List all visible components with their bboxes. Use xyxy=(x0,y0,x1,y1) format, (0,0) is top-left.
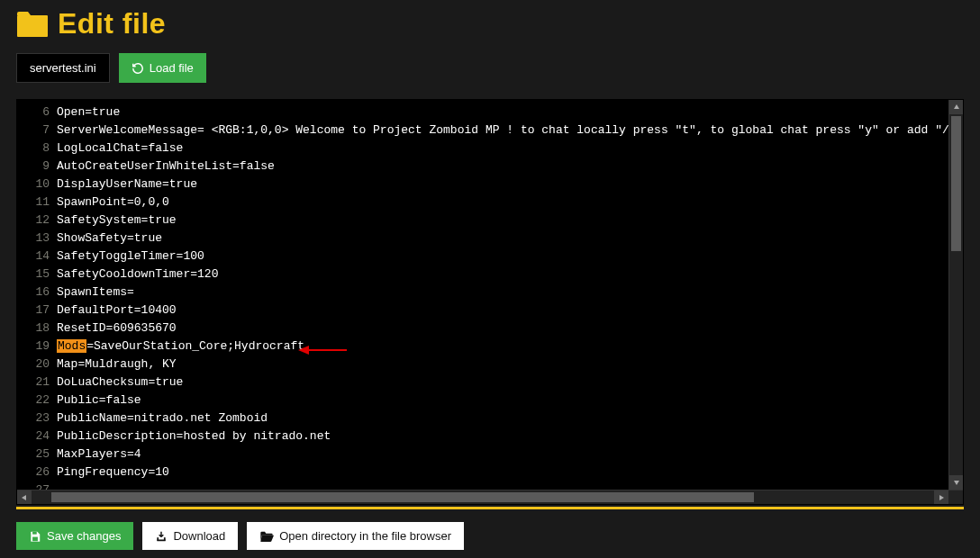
line-content: PingFrequency=10 xyxy=(57,464,169,482)
code-line[interactable]: 15SafetyCooldownTimer=120 xyxy=(17,266,963,284)
line-number: 9 xyxy=(17,158,57,176)
action-footer: Save changes Download Open directory in … xyxy=(0,509,980,558)
line-content: DisplayUserName=true xyxy=(57,176,197,194)
code-line[interactable]: 25MaxPlayers=4 xyxy=(17,446,963,464)
line-number: 24 xyxy=(17,428,57,446)
line-content: ShowSafety=true xyxy=(57,230,162,248)
horizontal-scrollbar[interactable] xyxy=(17,490,963,504)
line-number: 10 xyxy=(17,176,57,194)
line-content: SafetyToggleTimer=100 xyxy=(57,248,204,266)
page-header: Edit file xyxy=(0,0,980,46)
line-content: LogLocalChat=false xyxy=(57,140,183,158)
code-line[interactable]: 11SpawnPoint=0,0,0 xyxy=(17,194,963,212)
load-file-button[interactable]: Load file xyxy=(119,53,206,83)
code-line[interactable]: 10DisplayUserName=true xyxy=(17,176,963,194)
download-button[interactable]: Download xyxy=(142,522,238,550)
line-content: PublicDescription=hosted by nitrado.net xyxy=(57,428,331,446)
line-number: 11 xyxy=(17,194,57,212)
code-line[interactable]: 13ShowSafety=true xyxy=(17,230,963,248)
line-number: 20 xyxy=(17,356,57,374)
scroll-left-arrow-icon[interactable] xyxy=(17,490,32,504)
code-line[interactable]: 14SafetyToggleTimer=100 xyxy=(17,248,963,266)
code-line[interactable]: 6Open=true xyxy=(17,104,963,122)
save-label: Save changes xyxy=(47,529,121,543)
svg-marker-5 xyxy=(22,495,26,500)
svg-rect-11 xyxy=(164,537,166,541)
line-content: SpawnItems= xyxy=(57,284,134,302)
line-number: 23 xyxy=(17,410,57,428)
svg-rect-0 xyxy=(17,15,48,37)
line-number: 8 xyxy=(17,140,57,158)
line-content: AutoCreateUserInWhiteList=false xyxy=(57,158,275,176)
scroll-right-arrow-icon[interactable] xyxy=(934,490,948,504)
line-number: 6 xyxy=(17,104,57,122)
line-number: 26 xyxy=(17,464,57,482)
open-directory-button[interactable]: Open directory in the file browser xyxy=(247,522,464,550)
save-changes-button[interactable]: Save changes xyxy=(16,522,133,550)
line-content: Mods=SaveOurStation_Core;Hydrocraft xyxy=(57,338,304,356)
page-title: Edit file xyxy=(58,7,166,40)
line-content: ServerWelcomeMessage= <RGB:1,0,0> Welcom… xyxy=(57,122,964,140)
code-line[interactable]: 8LogLocalChat=false xyxy=(17,140,963,158)
line-content: ResetID=609635670 xyxy=(57,320,177,338)
download-icon xyxy=(155,530,168,543)
reload-icon xyxy=(132,62,144,75)
line-number: 7 xyxy=(17,122,57,140)
line-content: SpawnPoint=0,0,0 xyxy=(57,194,169,212)
scroll-up-arrow-icon[interactable] xyxy=(949,100,963,114)
code-line[interactable]: 22Public=false xyxy=(17,392,963,410)
code-line[interactable]: 24PublicDescription=hosted by nitrado.ne… xyxy=(17,428,963,446)
line-content: Open=true xyxy=(57,104,120,122)
line-number: 25 xyxy=(17,446,57,464)
line-number: 16 xyxy=(17,284,57,302)
line-content: SafetyCooldownTimer=120 xyxy=(57,266,218,284)
editor-container: 6Open=true7ServerWelcomeMessage= <RGB:1,… xyxy=(16,99,964,509)
line-number: 22 xyxy=(17,392,57,410)
folder-icon xyxy=(16,11,49,38)
code-editor[interactable]: 6Open=true7ServerWelcomeMessage= <RGB:1,… xyxy=(16,99,964,505)
line-number: 15 xyxy=(17,266,57,284)
line-content: DefaultPort=10400 xyxy=(57,302,177,320)
svg-marker-6 xyxy=(939,495,944,500)
scroll-down-arrow-icon[interactable] xyxy=(949,475,963,490)
line-number: 19 xyxy=(17,338,57,356)
horizontal-scrollbar-thumb[interactable] xyxy=(51,492,754,502)
vertical-scrollbar-thumb[interactable] xyxy=(951,116,961,251)
line-content: DoLuaChecksum=true xyxy=(57,374,183,392)
code-line[interactable]: 17DefaultPort=10400 xyxy=(17,302,963,320)
line-content: Public=false xyxy=(57,392,141,410)
line-content: MaxPlayers=4 xyxy=(57,446,141,464)
code-line[interactable]: 18ResetID=609635670 xyxy=(17,320,963,338)
code-line[interactable]: 26PingFrequency=10 xyxy=(17,464,963,482)
code-line[interactable]: 12SafetySystem=true xyxy=(17,212,963,230)
code-line[interactable]: 16SpawnItems= xyxy=(17,284,963,302)
line-number: 12 xyxy=(17,212,57,230)
download-label: Download xyxy=(173,529,225,543)
code-line[interactable]: 9AutoCreateUserInWhiteList=false xyxy=(17,158,963,176)
folder-open-icon xyxy=(259,530,274,543)
file-toolbar: servertest.ini Load file xyxy=(0,46,980,99)
code-line[interactable]: 21DoLuaChecksum=true xyxy=(17,374,963,392)
svg-rect-8 xyxy=(32,536,38,541)
code-line[interactable]: 7ServerWelcomeMessage= <RGB:1,0,0> Welco… xyxy=(17,122,963,140)
line-content: SafetySystem=true xyxy=(57,212,177,230)
search-highlight: Mods xyxy=(57,339,86,353)
code-line[interactable]: 23PublicName=nitrado.net Zomboid xyxy=(17,410,963,428)
line-number: 14 xyxy=(17,248,57,266)
svg-rect-10 xyxy=(158,537,159,541)
svg-marker-4 xyxy=(954,481,959,485)
line-content: Map=Muldraugh, KY xyxy=(57,356,177,374)
svg-rect-7 xyxy=(32,531,37,534)
load-file-label: Load file xyxy=(150,61,194,75)
svg-marker-3 xyxy=(954,104,959,109)
current-file-name: servertest.ini xyxy=(30,61,96,75)
line-content: PublicName=nitrado.net Zomboid xyxy=(57,410,268,428)
current-file-chip[interactable]: servertest.ini xyxy=(16,53,110,83)
code-line[interactable]: 20Map=Muldraugh, KY xyxy=(17,356,963,374)
line-number: 17 xyxy=(17,302,57,320)
code-line[interactable]: 19Mods=SaveOurStation_Core;Hydrocraft xyxy=(17,338,963,356)
line-number: 21 xyxy=(17,374,57,392)
vertical-scrollbar[interactable] xyxy=(948,100,963,490)
line-number: 18 xyxy=(17,320,57,338)
open-dir-label: Open directory in the file browser xyxy=(279,529,451,543)
